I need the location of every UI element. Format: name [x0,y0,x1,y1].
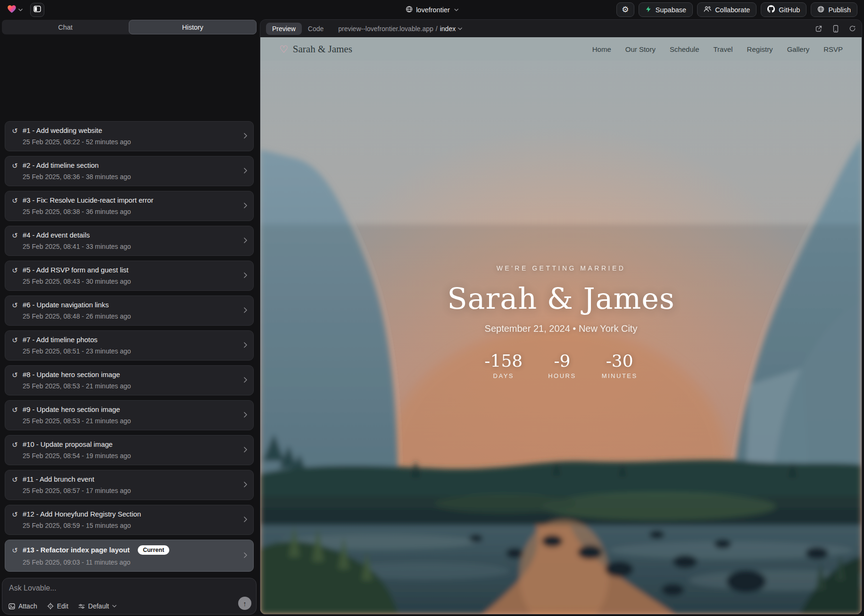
preview-url: preview--lovefrontier.lovable.app [338,25,433,33]
github-button[interactable]: GitHub [761,2,806,17]
ask-lovable-input[interactable] [9,584,221,592]
heart-outline-icon: ♡ [279,44,288,54]
history-item-timestamp: 25 Feb 2025, 08:38 - 36 minutes ago [23,208,236,215]
chevron-right-icon [244,446,247,454]
nav-rsvp[interactable]: RSVP [823,45,843,53]
history-item-3[interactable]: ↺#3 - Fix: Resolve Lucide-react import e… [5,191,254,221]
collaborate-button[interactable]: Collaborate [697,2,756,17]
site-nav: Home Our Story Schedule Travel Registry … [592,45,843,53]
history-item-11[interactable]: ↺#11 - Add brunch event 25 Feb 2025, 08:… [5,470,254,500]
sliders-icon [78,603,85,609]
history-item-title: #7 - Add timeline photos [23,336,98,344]
globe-icon [406,6,413,14]
history-item-13-current[interactable]: ↺#13 - Refactor index page layoutCurrent… [5,540,254,572]
countdown-minutes-value: -30 [602,351,638,370]
left-panel: Chat History ↺#1 - Add wedding website 2… [1,19,257,615]
supabase-button[interactable]: Supabase [639,2,693,17]
tab-history[interactable]: History [129,20,257,34]
preview-toolbar: Preview Code preview--lovefrontier.lovab… [260,20,862,37]
nav-registry[interactable]: Registry [747,45,773,53]
history-item-12[interactable]: ↺#12 - Add Honeyfund Registry Section 25… [5,505,254,535]
image-attach-icon [8,603,15,609]
history-item-4[interactable]: ↺#4 - Add event details 25 Feb 2025, 08:… [5,226,254,256]
history-icon: ↺ [11,127,18,134]
preview-panel: Preview Code preview--lovefrontier.lovab… [260,19,862,615]
lovable-menu[interactable] [7,4,23,16]
history-icon: ↺ [11,371,18,378]
chevron-right-icon [244,341,247,350]
history-item-timestamp: 25 Feb 2025, 08:53 - 21 minutes ago [23,382,236,390]
history-item-title: #10 - Update proposal image [23,441,113,448]
lovable-heart-logo-icon [7,4,17,16]
history-icon: ↺ [11,547,18,554]
history-item-title: #9 - Update hero section image [23,406,120,413]
nav-schedule[interactable]: Schedule [670,45,699,53]
history-item-9[interactable]: ↺#9 - Update hero section image 25 Feb 2… [5,400,254,430]
history-icon: ↺ [11,302,18,309]
history-item-8[interactable]: ↺#8 - Update hero section image 25 Feb 2… [5,365,254,395]
history-item-timestamp: 25 Feb 2025, 08:53 - 21 minutes ago [23,417,236,425]
hero-date-location: September 21, 2024 • New York City [260,323,862,334]
mode-label: Default [88,602,109,610]
open-in-new-window-icon[interactable] [815,25,822,33]
github-label: GitHub [779,6,800,14]
chevron-right-icon [244,481,247,489]
nav-travel[interactable]: Travel [713,45,732,53]
attach-button[interactable]: Attach [8,602,37,610]
history-icon: ↺ [11,197,18,204]
nav-gallery[interactable]: Gallery [787,45,810,53]
current-badge: Current [138,545,169,555]
history-item-timestamp: 25 Feb 2025, 08:36 - 38 minutes ago [23,173,236,181]
history-item-title: #2 - Add timeline section [23,162,99,169]
preview-route: index [440,25,456,33]
tab-code[interactable]: Code [302,23,330,35]
history-item-title: #13 - Refactor index page layout [23,546,130,554]
history-item-10[interactable]: ↺#10 - Update proposal image 25 Feb 2025… [5,435,254,465]
preview-url-selector[interactable]: preview--lovefrontier.lovable.app / inde… [338,25,462,33]
chevron-right-icon [244,376,247,385]
history-item-title: #4 - Add event details [23,231,90,239]
chevron-right-icon [244,167,247,175]
chevron-down-icon [458,27,462,30]
history-icon: ↺ [11,232,18,239]
code-tab-label: Code [308,25,324,33]
history-item-title: #5 - Add RSVP form and guest list [23,266,128,274]
tab-chat[interactable]: Chat [2,20,129,34]
edit-label: Edit [57,602,68,610]
nav-home[interactable]: Home [592,45,611,53]
project-selector[interactable]: lovefrontier [406,6,458,14]
history-item-title: #11 - Add brunch event [23,476,94,483]
tab-history-label: History [182,24,203,31]
sidebar-panel-icon [33,5,41,15]
nav-our-story[interactable]: Our Story [625,45,656,53]
history-item-5[interactable]: ↺#5 - Add RSVP form and guest list 25 Fe… [5,261,254,291]
chevron-right-icon [244,516,247,524]
refresh-icon[interactable] [849,25,856,32]
chat-composer: Attach Edit Default ↑ [2,578,257,615]
chevron-right-icon [244,237,247,245]
countdown: -158 DAYS -9 HOURS -30 MINUTES [260,351,862,379]
edit-select-button[interactable]: Edit [47,602,68,610]
history-item-title: #1 - Add wedding website [23,127,102,134]
settings-button[interactable]: ⚙ [616,2,634,17]
mode-selector[interactable]: Default [78,602,116,610]
mobile-view-icon[interactable] [833,25,839,33]
history-item-2[interactable]: ↺#2 - Add timeline section 25 Feb 2025, … [5,156,254,186]
preview-tab-label: Preview [272,25,296,33]
send-button[interactable]: ↑ [238,597,251,610]
app-window: lovefrontier ⚙ Supabase Collaborate GitH… [0,0,864,616]
history-item-6[interactable]: ↺#6 - Update navigation links 25 Feb 202… [5,296,254,326]
publish-button[interactable]: Publish [811,2,857,17]
hero-section: WE'RE GETTING MARRIED Sarah & James Sept… [260,264,862,379]
history-item-timestamp: 25 Feb 2025, 08:59 - 15 minutes ago [23,522,236,529]
tab-preview[interactable]: Preview [266,23,302,35]
history-item-7[interactable]: ↺#7 - Add timeline photos 25 Feb 2025, 0… [5,330,254,361]
site-preview-content: ♡ Sarah & James Home Our Story Schedule … [260,37,862,614]
history-item-timestamp: 25 Feb 2025, 08:57 - 17 minutes ago [23,487,236,494]
site-logo[interactable]: ♡ Sarah & James [279,43,352,55]
history-item-1[interactable]: ↺#1 - Add wedding website 25 Feb 2025, 0… [5,121,254,151]
toggle-sidebar-button[interactable] [30,3,44,17]
history-item-timestamp: 25 Feb 2025, 08:41 - 33 minutes ago [23,243,236,250]
chevron-right-icon [244,202,247,210]
countdown-days-label: DAYS [484,372,523,379]
